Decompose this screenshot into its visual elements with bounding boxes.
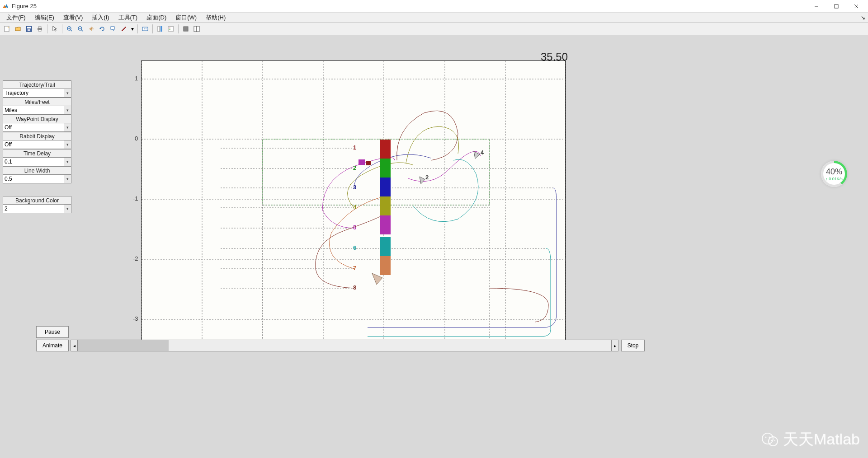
y-tick: -3 [133, 315, 138, 322]
linewidth-select[interactable]: 0.5▾ [3, 174, 71, 183]
menu-help[interactable]: 帮助(H) [201, 13, 230, 23]
track-label-6: 6 [353, 244, 356, 251]
svg-line-15 [71, 30, 72, 31]
wechat-icon [761, 430, 779, 449]
waypoint-header: WayPoint Display [3, 115, 71, 123]
toolbar-separator [47, 24, 47, 33]
menu-view[interactable]: 查看(V) [59, 13, 87, 23]
track-label-3: 3 [353, 184, 356, 191]
svg-rect-28 [160, 26, 162, 32]
legend-icon[interactable] [166, 24, 176, 34]
menu-window[interactable]: 窗口(W) [171, 13, 201, 23]
pause-button[interactable]: Pause [36, 326, 69, 338]
svg-point-81 [774, 440, 775, 441]
waypoint-value: Off [5, 124, 12, 131]
time-slider[interactable] [78, 340, 611, 351]
trajectory-select[interactable]: Trajectory▾ [3, 89, 71, 98]
save-icon[interactable] [24, 24, 34, 34]
svg-rect-68 [380, 215, 391, 234]
menubar: 文件(F) 编辑(E) 查看(V) 插入(I) 工具(T) 桌面(D) 窗口(W… [0, 13, 868, 23]
track-label-1: 1 [353, 144, 356, 151]
svg-rect-10 [28, 29, 30, 31]
bg-header: Background Color [3, 196, 71, 204]
svg-rect-32 [184, 27, 188, 31]
y-tick: 0 [135, 135, 138, 142]
chevron-down-icon: ▾ [64, 106, 71, 114]
minimize-button[interactable] [807, 0, 826, 13]
watermark-text: 天天Matlab [783, 429, 860, 450]
chevron-down-icon: ▾ [64, 123, 71, 131]
download-progress-widget[interactable]: 40% ↑ 0.01K/s [821, 161, 847, 187]
zoom-out-icon[interactable] [75, 24, 85, 34]
colorbar-icon[interactable] [155, 24, 165, 34]
svg-point-79 [769, 437, 770, 438]
bg-select[interactable]: 2▾ [3, 204, 71, 213]
chevron-down-icon: ▾ [64, 89, 71, 97]
slider-thumb[interactable] [78, 340, 169, 351]
svg-point-78 [765, 437, 766, 438]
brush-dropdown-icon[interactable]: ▾ [130, 24, 135, 34]
svg-rect-29 [168, 27, 174, 31]
chevron-down-icon: ▾ [64, 205, 71, 213]
toolbar: ▾ [0, 23, 868, 35]
show-tools-icon[interactable] [192, 24, 202, 34]
linewidth-value: 0.5 [5, 176, 12, 182]
edit-arrow-icon[interactable] [50, 24, 60, 34]
menu-insert[interactable]: 插入(I) [87, 13, 113, 23]
matlab-icon [2, 3, 9, 10]
track-label-5: 5 [353, 224, 356, 231]
y-tick: -2 [133, 255, 138, 262]
miles-select[interactable]: Miles▾ [3, 106, 71, 115]
hide-tools-icon[interactable] [181, 24, 191, 34]
svg-point-26 [146, 28, 146, 29]
svg-rect-65 [380, 159, 391, 178]
watermark: 天天Matlab [761, 429, 860, 450]
time-delay-select[interactable]: 0.1▾ [3, 157, 71, 166]
zoom-in-icon[interactable] [65, 24, 75, 34]
time-delay-value: 0.1 [5, 159, 12, 165]
svg-rect-3 [835, 5, 838, 8]
chevron-down-icon: ▾ [64, 140, 71, 149]
axes[interactable]: 1 2 3 4 5 6 7 8 2 4 [141, 61, 566, 343]
rabbit-select[interactable]: Off▾ [3, 140, 71, 149]
datatip-icon[interactable] [108, 24, 118, 34]
svg-rect-73 [366, 161, 371, 165]
y-tick: -1 [133, 195, 138, 202]
menu-overflow-icon[interactable]: ↘ [861, 14, 865, 21]
stop-button[interactable]: Stop [621, 340, 645, 351]
brush-icon[interactable] [119, 24, 129, 34]
menu-tools[interactable]: 工具(T) [114, 13, 142, 23]
menu-desktop[interactable]: 桌面(D) [142, 13, 171, 23]
svg-rect-72 [359, 159, 365, 165]
time-delay-header: Time Delay [3, 149, 71, 157]
svg-rect-66 [380, 178, 391, 196]
window-controls [807, 0, 866, 13]
animate-button[interactable]: Animate [36, 340, 69, 351]
close-button[interactable] [846, 0, 866, 13]
pan-icon[interactable] [86, 24, 96, 34]
maximize-button[interactable] [826, 0, 846, 13]
slider-left-arrow[interactable]: ◂ [71, 340, 78, 351]
slider-right-arrow[interactable]: ▸ [611, 340, 618, 351]
progress-inner: 40% ↑ 0.01K/s [823, 163, 845, 185]
miles-value: Miles [5, 107, 17, 113]
link-icon[interactable] [140, 24, 150, 34]
waypoint-select[interactable]: Off▾ [3, 123, 71, 132]
print-icon[interactable] [35, 24, 45, 34]
miles-header: Miles/Feet [3, 98, 71, 106]
marker-label-4: 4 [481, 149, 484, 156]
trajectory-panel: Trajectory/Trail Trajectory▾ Miles/Feet … [3, 80, 71, 183]
bgcolor-panel: Background Color 2▾ [3, 196, 71, 213]
menu-edit[interactable]: 编辑(E) [30, 13, 59, 23]
marker-label-2: 2 [425, 174, 429, 181]
svg-rect-69 [380, 237, 391, 256]
new-figure-icon[interactable] [2, 24, 12, 34]
rotate-icon[interactable] [97, 24, 107, 34]
svg-marker-74 [420, 177, 425, 184]
svg-line-23 [113, 29, 114, 31]
menu-file[interactable]: 文件(F) [2, 13, 30, 23]
open-icon[interactable] [13, 24, 23, 34]
toolbar-separator [178, 24, 179, 33]
svg-marker-75 [474, 151, 480, 159]
bg-value: 2 [5, 206, 8, 212]
